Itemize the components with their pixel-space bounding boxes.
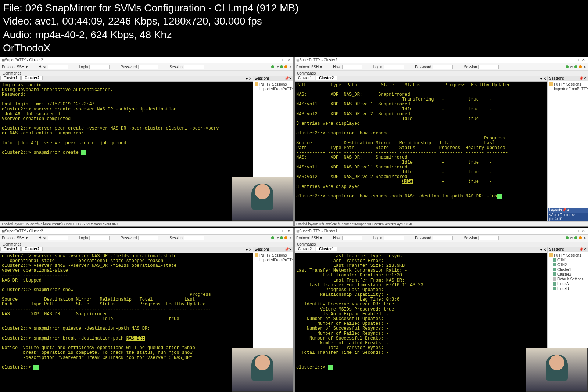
sessions-tree[interactable]: PuTTY SessionsImportedFromPuTTY bbox=[548, 81, 588, 208]
close-button[interactable]: ✕ bbox=[287, 229, 292, 233]
session-tree-item[interactable]: LinuxB bbox=[549, 286, 586, 291]
menubar[interactable]: Commands bbox=[295, 242, 588, 247]
session-tree-item[interactable]: Cluster1 bbox=[549, 267, 586, 272]
terminal-tab[interactable]: Cluster2 bbox=[295, 247, 315, 251]
session-tree-item[interactable]: Default Settings bbox=[549, 277, 586, 282]
window-titlebar[interactable]: ⊞ SuperPuTTY - Cluster2 — □ ✕ bbox=[0, 228, 293, 235]
session-tree-item[interactable]: ImportedFromPuTTY bbox=[549, 87, 586, 91]
panel-pin-icon[interactable]: 📌 bbox=[579, 76, 583, 80]
refresh-icon[interactable]: ⟳ bbox=[570, 236, 573, 240]
maximize-button[interactable]: □ bbox=[281, 229, 286, 233]
panel-close-icon[interactable]: ✕ bbox=[289, 76, 292, 80]
terminal-output[interactable]: Last Transfer Type: resync Last Transfer… bbox=[295, 253, 547, 392]
maximize-button[interactable]: □ bbox=[281, 58, 286, 62]
login-input[interactable] bbox=[384, 236, 404, 240]
login-input[interactable] bbox=[89, 236, 110, 240]
refresh-icon[interactable]: ⟳ bbox=[276, 236, 279, 240]
toolbar-close-icon[interactable]: ✕ bbox=[289, 236, 292, 240]
panel-pin-icon[interactable]: 📌 bbox=[284, 76, 289, 80]
sessions-panel-title[interactable]: Sessions 📌 ✕ bbox=[253, 76, 293, 81]
commands-menu[interactable]: Commands bbox=[297, 71, 316, 75]
terminal-tab[interactable]: Cluster1 bbox=[0, 76, 21, 80]
password-input[interactable] bbox=[433, 236, 453, 240]
sessions-panel-title[interactable]: Sessions 📌 ✕ bbox=[548, 247, 588, 252]
session-input[interactable] bbox=[184, 65, 204, 69]
refresh-icon[interactable]: ⟳ bbox=[276, 65, 279, 69]
tab-dropdown-icon[interactable]: ▾ bbox=[246, 77, 248, 81]
session-tree-item[interactable]: PuTTY Sessions bbox=[255, 82, 292, 87]
layouts-panel-title[interactable]: Layouts 📌 ✕ bbox=[548, 208, 588, 213]
session-input[interactable] bbox=[478, 65, 499, 69]
menubar[interactable]: Commands bbox=[295, 71, 588, 76]
maximize-button[interactable]: □ bbox=[575, 58, 580, 62]
commands-menu[interactable]: Commands bbox=[3, 242, 21, 246]
session-tree-item[interactable]: ImportedFromPuTTY bbox=[255, 258, 292, 262]
terminal-tab[interactable]: Cluster1 bbox=[316, 247, 337, 251]
panel-close-icon[interactable]: ✕ bbox=[583, 247, 586, 251]
tab-dropdown-icon[interactable]: ▾ bbox=[540, 248, 542, 252]
protocol-value[interactable]: SSH bbox=[311, 65, 319, 69]
login-input[interactable] bbox=[89, 65, 110, 69]
close-button[interactable]: ✕ bbox=[581, 58, 586, 62]
window-titlebar[interactable]: ⊞ SuperPuTTY - Cluster1 — □ ✕ bbox=[295, 228, 588, 235]
terminal-tab[interactable]: Cluster2 bbox=[316, 76, 337, 80]
window-titlebar[interactable]: ⊞ SuperPuTTY - Cluster2 — □ ✕ bbox=[295, 57, 588, 63]
connect-icon[interactable] bbox=[271, 236, 274, 239]
tab-dropdown-icon[interactable]: ▾ bbox=[246, 248, 248, 252]
terminal-tab[interactable]: Cluster1 bbox=[295, 76, 315, 80]
terminal-output[interactable]: cluster2::> vserver show -vserver NAS_DR… bbox=[0, 253, 253, 392]
menubar[interactable]: Commands bbox=[0, 71, 293, 76]
session-tree-item[interactable]: PuTTY Sessions bbox=[549, 82, 586, 87]
panel-close-icon[interactable]: ✕ bbox=[583, 76, 586, 80]
panel-pin-icon[interactable]: 📌 bbox=[579, 247, 583, 251]
terminal-tab[interactable]: Cluster2 bbox=[21, 247, 43, 251]
sessions-panel-title[interactable]: Sessions 📌 ✕ bbox=[548, 76, 588, 81]
tab-dropdown-icon[interactable]: ▾ bbox=[540, 77, 542, 81]
tab-close-icon[interactable]: ✕ bbox=[249, 77, 252, 81]
password-input[interactable] bbox=[433, 65, 453, 69]
host-input[interactable] bbox=[342, 236, 362, 240]
maximize-button[interactable]: □ bbox=[575, 229, 580, 233]
minimize-button[interactable]: — bbox=[275, 229, 280, 233]
session-tree-item[interactable]: PuTTY Sessions bbox=[255, 253, 292, 258]
protocol-value[interactable]: SSH bbox=[17, 236, 25, 240]
layouts-list[interactable]: <Auto Restore> (default) bbox=[548, 213, 588, 221]
session-input[interactable] bbox=[184, 236, 204, 240]
layouts-auto-restore[interactable]: <Auto Restore> (default) bbox=[548, 213, 588, 221]
terminal-tab[interactable]: Cluster1 bbox=[0, 247, 21, 251]
connect-icon[interactable] bbox=[566, 236, 569, 239]
password-input[interactable] bbox=[138, 236, 158, 240]
host-input[interactable] bbox=[342, 65, 362, 69]
password-input[interactable] bbox=[138, 65, 158, 69]
minimize-button[interactable]: — bbox=[569, 229, 574, 233]
panel-pin-icon[interactable]: 📌 bbox=[284, 247, 289, 251]
refresh-icon[interactable]: ⟳ bbox=[570, 65, 573, 69]
protocol-value[interactable]: SSH bbox=[17, 65, 25, 69]
session-tree-item[interactable]: LinuxA bbox=[549, 282, 586, 286]
menubar[interactable]: Commands bbox=[0, 242, 293, 247]
close-button[interactable]: ✕ bbox=[287, 58, 292, 62]
sessions-panel-title[interactable]: Sessions 📌 ✕ bbox=[253, 247, 293, 252]
minimize-button[interactable]: — bbox=[569, 58, 574, 62]
panel-close-icon[interactable]: ✕ bbox=[566, 208, 569, 212]
session-input[interactable] bbox=[478, 236, 499, 240]
session-tree-item[interactable]: ImportedFromPuTTY bbox=[255, 87, 292, 91]
terminal-output[interactable]: Path Type Path State Status Progress Hea… bbox=[295, 82, 547, 221]
tab-close-icon[interactable]: ✕ bbox=[249, 248, 252, 252]
toolbar-close-icon[interactable]: ✕ bbox=[583, 65, 586, 69]
connect-icon[interactable] bbox=[271, 65, 274, 68]
toolbar-close-icon[interactable]: ✕ bbox=[289, 65, 292, 69]
host-input[interactable] bbox=[48, 65, 68, 69]
window-titlebar[interactable]: ⊞ SuperPuTTY - Cluster2 — □ ✕ bbox=[0, 57, 293, 63]
toolbar-close-icon[interactable]: ✕ bbox=[583, 236, 586, 240]
commands-menu[interactable]: Commands bbox=[297, 242, 316, 246]
terminal-tab[interactable]: Cluster2 bbox=[21, 76, 43, 80]
panel-close-icon[interactable]: ✕ bbox=[289, 247, 292, 251]
session-tree-item[interactable]: C1N2 bbox=[549, 262, 586, 267]
session-tree-item[interactable]: C1N1 bbox=[549, 258, 586, 262]
session-tree-item[interactable]: PuTTY Sessions bbox=[549, 253, 586, 258]
protocol-value[interactable]: SSH bbox=[311, 236, 319, 240]
commands-menu[interactable]: Commands bbox=[3, 71, 21, 75]
panel-pin-icon[interactable]: 📌 bbox=[562, 208, 566, 212]
login-input[interactable] bbox=[384, 65, 404, 69]
